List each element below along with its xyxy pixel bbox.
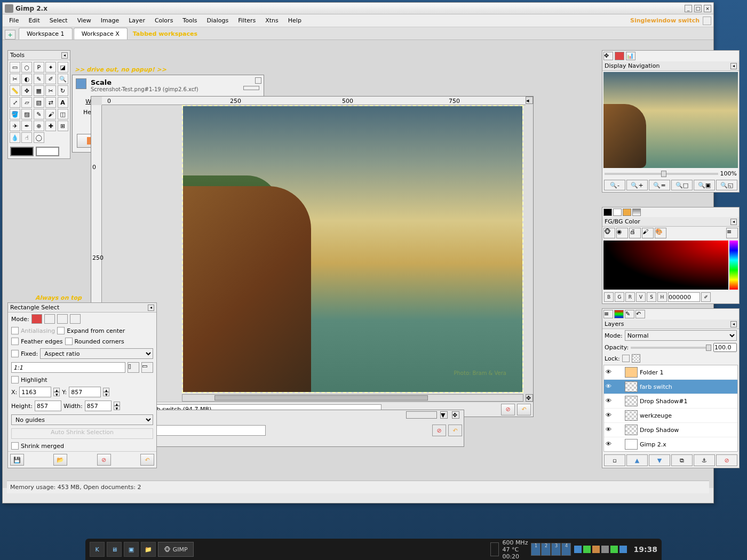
bg-swatch[interactable] — [36, 147, 59, 156]
opacity-thumb[interactable] — [706, 345, 711, 351]
fg-select-tool[interactable]: ◐ — [21, 74, 32, 84]
bucket-tool[interactable]: 🪣 — [10, 109, 20, 119]
filemgr-button[interactable]: 📁 — [141, 542, 156, 557]
visibility-icon[interactable]: 👁 — [606, 369, 613, 376]
maximize-button[interactable]: □ — [694, 5, 702, 12]
scrollbar-thumb[interactable] — [214, 395, 428, 401]
menu-dialogs[interactable]: Dialogs — [202, 15, 233, 26]
canvas-viewport[interactable]: Photo: Bram & Vera — [182, 105, 523, 393]
airbrush-tool[interactable]: ✈ — [10, 121, 20, 131]
tray-icon-2[interactable] — [583, 546, 591, 553]
paths-tool[interactable]: ✎ — [34, 74, 44, 84]
merged-checkbox[interactable] — [11, 442, 19, 450]
layer-farb-switch[interactable]: 👁 farb switch — [604, 380, 737, 394]
layer-folder[interactable]: 👁 Folder 1 — [604, 365, 737, 380]
lower-layer-button[interactable]: ▼ — [649, 454, 670, 466]
menu-tools[interactable]: Tools — [178, 15, 201, 26]
kmenu-button[interactable]: K — [90, 542, 105, 557]
switch-icon[interactable] — [703, 17, 711, 25]
heal-tool[interactable]: ✚ — [45, 121, 56, 131]
visibility-icon[interactable]: 👁 — [606, 383, 613, 390]
reset-options-button[interactable]: ↶ — [140, 454, 154, 466]
ink-tool[interactable]: ✒ — [21, 121, 32, 131]
paths-tab[interactable]: ✎ — [625, 310, 634, 318]
mode-add[interactable] — [44, 314, 55, 324]
canvas-menu-icon[interactable]: ◂ — [526, 97, 533, 104]
fg-swatch[interactable] — [10, 147, 34, 156]
visibility-icon[interactable]: 👁 — [606, 441, 613, 448]
canvas-hscrollbar[interactable] — [182, 394, 523, 402]
opacity-input[interactable] — [713, 343, 737, 352]
horizontal-ruler[interactable]: 0 250 500 750 — [102, 97, 526, 105]
titlebar[interactable]: Gimp 2.x _ □ × — [3, 3, 713, 14]
menu-xtns[interactable]: Xtns — [261, 15, 283, 26]
dodge-tool[interactable]: ◯ — [34, 132, 44, 143]
pager-1[interactable]: 1 — [531, 543, 541, 556]
highlight-checkbox[interactable] — [11, 376, 19, 383]
color-tab-print[interactable]: 🖨 — [629, 228, 641, 238]
swatch-orange[interactable] — [623, 209, 631, 216]
perspective-tool[interactable]: ▧ — [34, 97, 44, 108]
rect-select-tool[interactable]: ▭ — [10, 62, 20, 73]
delete-layer-button[interactable]: ⊘ — [716, 454, 737, 466]
mode-select[interactable]: Normal — [625, 330, 737, 341]
rounded-checkbox[interactable] — [65, 338, 73, 345]
pencil-tool[interactable]: ✎ — [34, 109, 44, 119]
vscroll-down-icon[interactable]: ▼ — [440, 411, 448, 419]
eraser-tool[interactable]: ◫ — [58, 109, 68, 119]
g-button[interactable]: G — [615, 292, 624, 302]
duplicate-layer-button[interactable]: ⧉ — [671, 454, 693, 466]
tray-icon-3[interactable] — [592, 546, 600, 553]
desktop-pager[interactable]: 1 2 3 4 — [531, 543, 571, 556]
zoom-slider-thumb[interactable] — [661, 171, 666, 177]
blur-tool[interactable]: 💧 — [10, 132, 20, 143]
menu-select[interactable]: Select — [45, 15, 72, 26]
color-field[interactable] — [603, 241, 728, 290]
fixed-checkbox[interactable] — [11, 350, 19, 357]
align-tool[interactable]: ▦ — [34, 85, 44, 96]
picker-button[interactable]: ✐ — [701, 292, 711, 302]
tab-workspace-1[interactable]: Workspace 1 — [19, 28, 73, 39]
color-tab-gimp[interactable]: 🐵 — [603, 228, 615, 238]
ratio-input[interactable] — [11, 362, 125, 373]
undo-button[interactable]: ↶ — [517, 404, 531, 415]
y-input[interactable] — [69, 387, 101, 397]
visibility-icon[interactable]: 👁 — [606, 397, 613, 405]
restore-options-button[interactable]: 📂 — [53, 454, 67, 466]
pager-3[interactable]: 3 — [551, 543, 561, 556]
swatch-grad[interactable] — [632, 209, 641, 216]
menu-layer[interactable]: Layer — [124, 15, 149, 26]
raise-layer-button[interactable]: ▲ — [626, 454, 648, 466]
h-input[interactable] — [35, 401, 61, 411]
dialog-collapse-icon[interactable] — [255, 77, 261, 84]
tray-icon-4[interactable] — [601, 546, 609, 553]
mode-replace[interactable] — [31, 314, 42, 324]
s-button[interactable]: S — [647, 292, 656, 302]
menu-edit[interactable]: Edit — [24, 15, 44, 26]
tool-options-title[interactable]: Rectangle Select ◂ — [8, 303, 156, 313]
swatch-white[interactable] — [613, 209, 622, 216]
delete-options-button[interactable]: ⊘ — [97, 454, 111, 466]
scissors-tool[interactable]: ✂ — [10, 74, 20, 84]
color-title[interactable]: FG/BG Color ◂ — [602, 217, 739, 227]
move-tool[interactable]: ✥ — [21, 85, 32, 96]
hex-input[interactable] — [668, 292, 700, 302]
menu-view[interactable]: View — [73, 15, 96, 26]
shrink-wrap-button[interactable]: 🔍◱ — [716, 180, 737, 190]
zoom-tool[interactable]: 🔍 — [58, 74, 68, 84]
text-tool[interactable]: A — [58, 97, 68, 108]
crop-tool[interactable]: ✂ — [45, 85, 56, 96]
flip-tool[interactable]: ⇄ — [45, 97, 56, 108]
h-button[interactable]: H — [657, 292, 667, 302]
layers-tab[interactable]: ≡ — [603, 310, 613, 318]
layer-drop-shadow[interactable]: 👁 Drop Shadow — [604, 423, 737, 437]
perspective-clone-tool[interactable]: ⊞ — [58, 121, 68, 131]
color-tab-wheel[interactable]: ◉ — [616, 228, 628, 238]
clone-tool[interactable]: ⊕ — [34, 121, 44, 131]
zoom-fill-button[interactable]: 🔍▣ — [694, 180, 715, 190]
tools-dock-title[interactable]: Tools ◂ — [8, 51, 70, 60]
v-button[interactable]: V — [636, 292, 646, 302]
expand-checkbox[interactable] — [57, 327, 65, 334]
portrait-button[interactable]: ▯ — [128, 362, 139, 373]
nav-corner2-icon[interactable]: ✥ — [452, 411, 459, 419]
